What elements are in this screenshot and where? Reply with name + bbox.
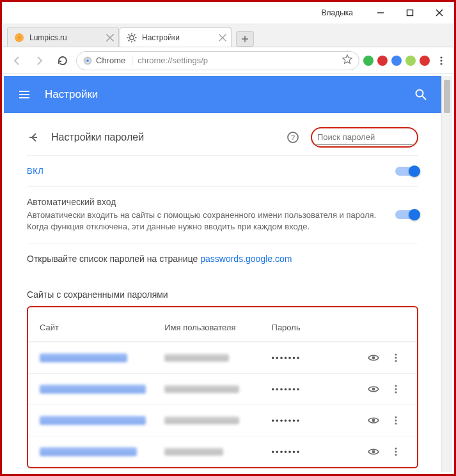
scrollbar-thumb[interactable] <box>444 80 450 113</box>
svg-point-24 <box>440 59 442 61</box>
svg-point-36 <box>395 357 397 359</box>
passwords-link-prefix: Открывайте список паролей на странице <box>27 254 200 264</box>
offer-save-toggle-row: ВКЛ <box>27 155 418 186</box>
passwords-link-row: Открывайте список паролей на странице pa… <box>27 243 418 274</box>
row-menu-button[interactable] <box>391 447 401 457</box>
svg-rect-1 <box>407 10 413 16</box>
svg-point-49 <box>395 454 397 456</box>
svg-point-40 <box>395 388 397 390</box>
bookmark-star-button[interactable] <box>342 54 352 66</box>
nav-back-button[interactable] <box>7 51 26 70</box>
table-row: ••••••• <box>28 404 417 436</box>
tab-close-icon[interactable] <box>106 33 114 42</box>
saved-passwords-title: Сайты с сохраненными паролями <box>27 274 418 306</box>
gear-icon <box>127 33 137 43</box>
tab-strip: Lumpics.ru Настройки <box>2 24 454 47</box>
minimize-icon <box>377 9 384 17</box>
toggle-knob <box>409 209 420 220</box>
plus-icon <box>241 35 249 43</box>
url-scheme-chip: Chrome <box>83 56 132 65</box>
password-search-input[interactable] <box>316 130 413 145</box>
extension-icon[interactable] <box>377 56 388 66</box>
window-maximize-button[interactable] <box>395 2 425 24</box>
tab-settings[interactable]: Настройки <box>120 27 232 47</box>
tab-title: Lumpics.ru <box>29 33 100 42</box>
nav-forward-button[interactable] <box>30 51 49 70</box>
svg-point-34 <box>372 357 375 360</box>
row-menu-button[interactable] <box>391 384 401 394</box>
window-close-button[interactable] <box>425 2 454 24</box>
show-password-button[interactable] <box>367 351 380 364</box>
maximize-icon <box>406 9 414 17</box>
arrow-left-icon <box>11 55 22 66</box>
show-password-button[interactable] <box>367 414 380 427</box>
svg-point-44 <box>395 420 397 422</box>
col-password: Пароль <box>272 323 361 332</box>
svg-point-43 <box>395 417 397 418</box>
password-cell: ••••••• <box>272 416 361 426</box>
chrome-logo-icon <box>83 56 92 65</box>
site-cell[interactable] <box>40 416 146 425</box>
window-minimize-button[interactable] <box>366 2 395 24</box>
svg-text:?: ? <box>291 134 295 141</box>
hamburger-icon[interactable] <box>18 88 31 101</box>
kebab-icon <box>436 56 446 66</box>
url-path: chrome://settings/p <box>138 56 337 65</box>
profile-label[interactable]: Владыка <box>322 8 354 17</box>
passwords-google-link[interactable]: passwords.google.com <box>200 254 292 264</box>
col-site: Сайт <box>40 323 164 332</box>
svg-line-14 <box>134 34 136 35</box>
svg-point-37 <box>395 360 397 362</box>
row-menu-button[interactable] <box>391 415 401 426</box>
tab-close-icon[interactable] <box>218 33 227 42</box>
password-search-wrap <box>311 127 418 148</box>
svg-point-23 <box>440 56 442 58</box>
show-password-button[interactable] <box>367 445 380 458</box>
site-cell[interactable] <box>40 353 127 362</box>
svg-line-15 <box>129 40 130 41</box>
orange-favicon-icon <box>14 33 24 43</box>
omnibox[interactable]: Chrome chrome://settings/p <box>76 51 359 70</box>
new-tab-button[interactable] <box>236 31 254 47</box>
table-row: ••••••• <box>28 342 417 373</box>
tab-lumpics[interactable]: Lumpics.ru <box>7 27 119 47</box>
site-cell[interactable] <box>40 385 146 394</box>
scrollbar[interactable] <box>441 76 452 472</box>
user-cell <box>164 417 239 424</box>
search-icon[interactable] <box>414 88 427 101</box>
arrow-right-icon <box>34 55 45 66</box>
autologin-desc: Автоматически входить на сайты с помощью… <box>27 210 395 233</box>
offer-save-toggle[interactable] <box>395 167 418 176</box>
table-row: ••••••• <box>28 373 417 404</box>
autologin-toggle[interactable] <box>395 210 418 219</box>
autologin-title: Автоматический вход <box>27 197 395 207</box>
row-menu-button[interactable] <box>391 353 401 363</box>
password-cell: ••••••• <box>272 353 361 363</box>
reload-button[interactable] <box>53 51 72 70</box>
svg-line-13 <box>134 40 136 41</box>
tab-title: Настройки <box>142 33 213 42</box>
svg-line-12 <box>129 34 130 35</box>
settings-title: Настройки <box>45 88 400 101</box>
extension-icon[interactable] <box>405 56 416 66</box>
svg-point-22 <box>86 59 89 62</box>
extension-icon[interactable] <box>420 56 430 66</box>
svg-point-39 <box>395 385 397 387</box>
svg-point-41 <box>395 392 397 394</box>
help-icon[interactable]: ? <box>287 131 299 144</box>
breadcrumb: Настройки паролей ? <box>27 127 418 148</box>
browser-menu-button[interactable] <box>434 53 449 68</box>
show-password-button[interactable] <box>367 383 380 395</box>
star-icon <box>342 54 352 65</box>
back-button[interactable] <box>27 131 40 144</box>
user-cell <box>164 448 223 456</box>
saved-passwords-table: Сайт Имя пользователя Пароль ••••••• <box>27 306 418 468</box>
svg-line-30 <box>423 96 427 100</box>
svg-point-25 <box>440 63 442 65</box>
extension-icon[interactable] <box>391 56 402 66</box>
table-row: ••••••• <box>28 436 417 467</box>
svg-point-38 <box>372 388 375 391</box>
extension-icon[interactable] <box>363 56 373 66</box>
site-cell[interactable] <box>40 447 137 456</box>
offer-save-label: ВКЛ <box>27 166 395 176</box>
